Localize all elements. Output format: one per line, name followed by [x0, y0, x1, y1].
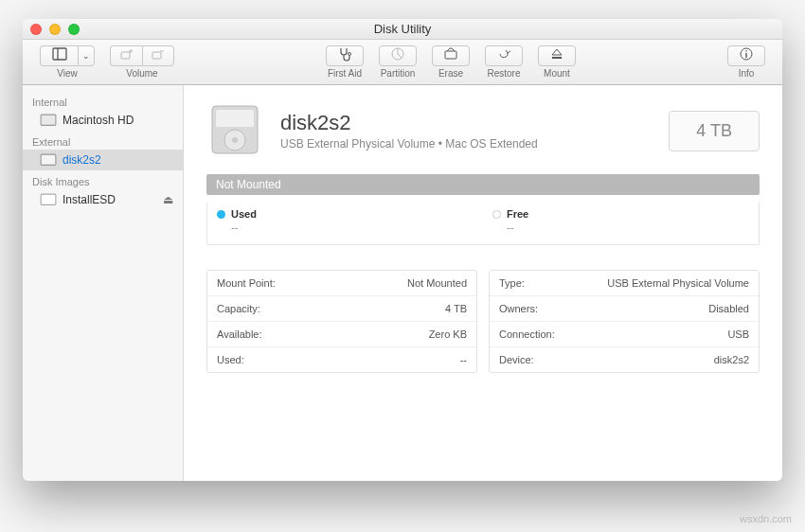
- used-value: --: [231, 222, 474, 233]
- volume-disk-icon: [206, 102, 263, 159]
- sidebar-header-internal: Internal: [23, 91, 183, 110]
- firstaid-label: First Aid: [328, 68, 362, 79]
- restore-button[interactable]: [485, 45, 523, 66]
- internal-disk-icon: [40, 114, 57, 127]
- info-grid: Mount Point:Not Mounted Capacity:4 TB Av…: [206, 270, 760, 373]
- svg-rect-7: [552, 57, 562, 59]
- view-label: View: [57, 68, 78, 79]
- restore-icon: [496, 46, 511, 65]
- restore-label: Restore: [487, 68, 520, 79]
- mount-label: Mount: [544, 68, 570, 79]
- free-value: --: [507, 222, 749, 233]
- external-disk-icon: [40, 153, 57, 167]
- svg-rect-11: [41, 115, 56, 125]
- view-dropdown[interactable]: ⌄: [78, 45, 95, 66]
- volume-name: disk2s2: [280, 111, 538, 135]
- svg-rect-2: [121, 52, 130, 59]
- info-row: Capacity:4 TB: [207, 296, 476, 322]
- volume-add-button[interactable]: [110, 45, 142, 66]
- info-value: USB: [727, 328, 749, 340]
- sidebar-item-macintosh-hd[interactable]: Macintosh HD: [23, 110, 183, 131]
- svg-rect-10: [745, 53, 746, 58]
- volume-minus-icon: [151, 46, 166, 65]
- info-table-right: Type:USB External Physical Volume Owners…: [489, 270, 760, 373]
- titlebar: Disk Utility: [23, 19, 782, 40]
- disk-image-icon: [40, 193, 57, 206]
- svg-rect-12: [41, 154, 56, 165]
- erase-group: Erase: [432, 45, 470, 79]
- volume-group: Volume: [110, 45, 174, 79]
- usage-section: Used -- Free --: [206, 203, 760, 245]
- info-row: Owners:Disabled: [490, 296, 759, 322]
- mount-group: Mount: [538, 45, 576, 79]
- info-row: Type:USB External Physical Volume: [490, 271, 759, 296]
- svg-rect-0: [53, 48, 66, 60]
- info-row: Connection:USB: [490, 322, 759, 347]
- info-table-left: Mount Point:Not Mounted Capacity:4 TB Av…: [206, 270, 477, 373]
- eject-icon[interactable]: ⏏: [163, 193, 173, 206]
- svg-rect-3: [152, 52, 161, 59]
- svg-point-17: [232, 137, 238, 143]
- view-button[interactable]: [40, 45, 78, 66]
- window-title: Disk Utility: [23, 22, 782, 36]
- info-value: Not Mounted: [407, 277, 467, 289]
- partition-button[interactable]: [379, 45, 417, 66]
- info-value: Disabled: [708, 303, 749, 314]
- restore-group: Restore: [485, 45, 523, 79]
- volume-header: disk2s2 USB External Physical Volume • M…: [206, 102, 760, 159]
- info-label: Used:: [217, 354, 244, 365]
- sidebar-header-diskimages: Disk Images: [23, 170, 183, 189]
- mount-button[interactable]: [538, 45, 576, 66]
- info-value: Zero KB: [429, 328, 467, 340]
- toolbar: ⌄ View Volume First Aid Partition Erase: [23, 40, 782, 85]
- info-value: USB External Physical Volume: [607, 277, 749, 289]
- info-label: Capacity:: [217, 303, 260, 314]
- partition-group: Partition: [379, 45, 417, 79]
- svg-rect-6: [445, 51, 456, 59]
- info-row: Available:Zero KB: [207, 322, 476, 347]
- info-icon: [739, 46, 754, 65]
- sidebar-item-disk2s2[interactable]: disk2s2: [23, 150, 183, 170]
- free-swatch-icon: [492, 210, 501, 219]
- watermark: wsxdn.com: [740, 513, 792, 524]
- svg-point-9: [745, 50, 747, 52]
- erase-button[interactable]: [432, 45, 470, 66]
- mount-icon: [549, 46, 564, 65]
- info-value: 4 TB: [445, 303, 467, 314]
- content: Internal Macintosh HD External disk2s2 D…: [23, 85, 782, 481]
- free-label: Free: [507, 208, 528, 220]
- volume-title-block: disk2s2 USB External Physical Volume • M…: [280, 111, 538, 151]
- usage-used: Used --: [207, 203, 483, 244]
- status-bar: Not Mounted: [206, 174, 760, 195]
- usage-free: Free --: [483, 203, 759, 244]
- firstaid-group: First Aid: [326, 45, 364, 79]
- used-swatch-icon: [217, 210, 225, 219]
- info-row: Mount Point:Not Mounted: [207, 271, 476, 296]
- view-group: ⌄ View: [40, 45, 95, 79]
- partition-label: Partition: [381, 68, 416, 79]
- volume-label: Volume: [126, 68, 157, 79]
- info-group: Info: [727, 45, 765, 79]
- info-label: Info: [739, 68, 755, 79]
- svg-rect-13: [41, 194, 56, 204]
- volume-subtitle: USB External Physical Volume • Mac OS Ex…: [280, 137, 538, 151]
- stethoscope-icon: [337, 46, 352, 65]
- info-label: Mount Point:: [217, 277, 276, 289]
- info-label: Connection:: [499, 328, 555, 340]
- volume-remove-button[interactable]: [142, 45, 174, 66]
- firstaid-button[interactable]: [326, 45, 364, 66]
- pie-icon: [390, 46, 405, 65]
- sidebar-item-label: disk2s2: [63, 153, 101, 167]
- main-panel: disk2s2 USB External Physical Volume • M…: [184, 85, 782, 481]
- disk-utility-window: Disk Utility ⌄ View Volume First: [23, 19, 782, 481]
- sidebar-item-label: InstallESD: [63, 193, 116, 206]
- sidebar-item-installesd[interactable]: InstallESD ⏏: [23, 189, 183, 210]
- info-button[interactable]: [727, 45, 765, 66]
- info-value: --: [460, 354, 467, 365]
- used-label: Used: [231, 208, 257, 220]
- info-label: Type:: [499, 277, 525, 289]
- svg-point-4: [349, 53, 351, 56]
- info-label: Owners:: [499, 303, 538, 314]
- svg-rect-15: [216, 110, 254, 127]
- info-label: Device:: [499, 354, 534, 365]
